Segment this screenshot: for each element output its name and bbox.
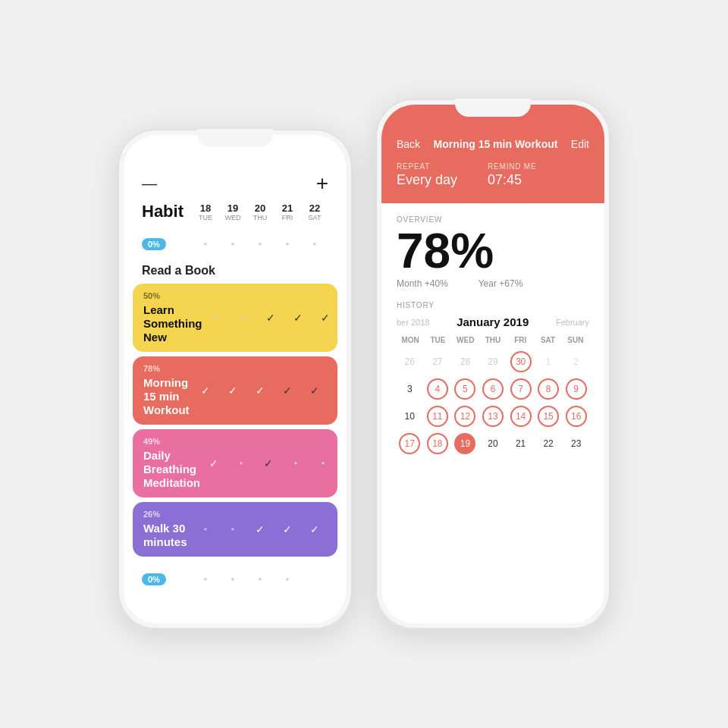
- m-b-0: ✓: [200, 454, 228, 472]
- cal-next-month[interactable]: February: [556, 318, 589, 327]
- remind-group: REMIND ME 07:45: [488, 162, 536, 188]
- cal-cell-20[interactable]: 20: [480, 431, 507, 457]
- m-b-4: ●: [309, 454, 337, 472]
- detail-header: Back Morning 15 min Workout Edit REPEAT …: [381, 105, 604, 203]
- cal-day-19: 19: [454, 433, 475, 454]
- breathing-left: 49% Daily Breathing Meditation: [143, 437, 200, 490]
- breathing-name: Daily Breathing Meditation: [143, 449, 200, 489]
- m-last-0: ●: [192, 566, 219, 593]
- read-book-name-row: Read a Book: [133, 264, 337, 278]
- habit-row-walk[interactable]: 26% Walk 30 minutes ● ● ✓ ✓ ✓: [133, 502, 337, 557]
- cal-cell-29[interactable]: 29: [480, 349, 507, 375]
- cal-cell-10[interactable]: 10: [397, 403, 423, 429]
- cal-cell-19[interactable]: 19: [452, 431, 479, 457]
- cal-prev-month[interactable]: ber 2018: [397, 318, 429, 327]
- cal-current-month: January 2019: [457, 315, 529, 328]
- day-num-20: 20: [246, 202, 274, 214]
- edit-button[interactable]: Edit: [571, 138, 589, 150]
- day-col-19: 19 WED: [219, 202, 246, 221]
- day-name-wed: WED: [219, 214, 246, 221]
- workout-left: 78% Morning 15 min Workout: [143, 364, 192, 417]
- walk-pct: 26%: [143, 510, 192, 519]
- m-w-4: ✓: [301, 381, 328, 400]
- m-b-1: ●: [228, 454, 255, 472]
- m-b-3: ●: [282, 454, 309, 472]
- cal-cell-27[interactable]: 27: [425, 349, 451, 375]
- cal-day-21: 21: [510, 433, 532, 454]
- cal-day-jan2: 2: [566, 351, 587, 372]
- day-name-tue: TUE: [192, 214, 219, 221]
- detail-nav: Back Morning 15 min Workout Edit: [397, 138, 589, 150]
- breathing-pct: 49%: [143, 437, 200, 446]
- m-wk-0: ●: [192, 520, 219, 538]
- m-l-4: ✓: [312, 309, 339, 327]
- cal-cell-14[interactable]: 14: [507, 403, 534, 429]
- cal-day-28: 28: [454, 351, 475, 372]
- walk-name: Walk 30 minutes: [143, 522, 187, 548]
- cal-day-12: 12: [454, 406, 475, 427]
- scene: — + Habit 18 TUE 19 WED 20 THU 21: [87, 53, 641, 675]
- cal-day-9: 9: [566, 378, 587, 400]
- menu-icon[interactable]: —: [142, 175, 158, 193]
- mark-rb-3: ●: [274, 231, 301, 258]
- breathing-marks: ✓ ● ✓ ● ●: [200, 454, 337, 472]
- cal-cell-23[interactable]: 23: [563, 431, 589, 457]
- wd-mon: MON: [397, 334, 424, 346]
- habit-row-last[interactable]: 0% ● ● ● ● ●: [133, 563, 337, 596]
- walk-marks: ● ● ✓ ✓ ✓: [192, 520, 328, 538]
- cal-day-10: 10: [399, 406, 420, 427]
- cal-cell-7[interactable]: 7: [507, 376, 534, 402]
- cal-cell-15[interactable]: 15: [535, 403, 562, 429]
- cal-day-11: 11: [427, 406, 448, 427]
- cal-day-16: 16: [566, 406, 587, 427]
- habit-row-learn[interactable]: 50% Learn Something New ● ● ✓ ✓ ✓: [133, 284, 337, 352]
- m-w-3: ✓: [274, 381, 301, 400]
- cal-cell-3[interactable]: 3: [397, 376, 423, 402]
- cal-day-14: 14: [510, 406, 532, 427]
- cal-day-23: 23: [566, 433, 587, 454]
- learn-name: Learn Something New: [143, 303, 202, 344]
- cal-cell-26[interactable]: 26: [397, 349, 423, 375]
- habit-row-read-book[interactable]: 0% ● ● ● ● ●: [133, 228, 337, 261]
- repeat-label: REPEAT: [397, 162, 457, 171]
- m-last-4: ●: [301, 566, 328, 593]
- cal-cell-18[interactable]: 18: [425, 431, 451, 457]
- detail-meta: REPEAT Every day REMIND ME 07:45: [397, 162, 589, 188]
- habit-row-breathing[interactable]: 49% Daily Breathing Meditation ✓ ● ✓ ● ●: [133, 429, 337, 497]
- wd-sun: SUN: [562, 334, 589, 346]
- cal-day-18: 18: [427, 433, 448, 454]
- day-num-18: 18: [192, 202, 219, 214]
- habit-row-workout[interactable]: 78% Morning 15 min Workout ✓ ✓ ✓ ✓ ✓: [133, 356, 337, 425]
- cal-cell-6[interactable]: 6: [480, 376, 507, 402]
- cal-cell-30dec[interactable]: 30: [507, 349, 534, 375]
- cal-cell-jan2[interactable]: 2: [563, 349, 589, 375]
- m-l-3: ✓: [284, 309, 312, 327]
- m-wk-2: ✓: [246, 520, 274, 538]
- day-col-18: 18 TUE: [192, 202, 219, 221]
- cal-cell-8[interactable]: 8: [535, 376, 562, 402]
- workout-pct: 78%: [143, 364, 192, 373]
- day-name-fri: FRI: [274, 214, 301, 221]
- cal-cell-28[interactable]: 28: [452, 349, 479, 375]
- cal-cell-22[interactable]: 22: [535, 431, 562, 457]
- notch-1: [197, 129, 273, 147]
- cal-cell-9[interactable]: 9: [563, 376, 589, 402]
- back-button[interactable]: Back: [397, 138, 420, 150]
- cal-cell-jan1[interactable]: 1: [535, 349, 562, 375]
- m-w-2: ✓: [246, 381, 274, 400]
- cal-cell-13[interactable]: 13: [480, 403, 507, 429]
- add-habit-button[interactable]: +: [316, 171, 328, 196]
- cal-cell-12[interactable]: 12: [452, 403, 479, 429]
- cal-cell-5[interactable]: 5: [452, 376, 479, 402]
- cal-cell-11[interactable]: 11: [425, 403, 451, 429]
- day-col-20: 20 THU: [246, 202, 274, 221]
- repeat-value: Every day: [397, 172, 457, 188]
- cal-cell-21[interactable]: 21: [507, 431, 534, 457]
- remind-label: REMIND ME: [488, 162, 536, 171]
- cal-day-29: 29: [482, 351, 504, 372]
- cal-cell-4[interactable]: 4: [425, 376, 451, 402]
- phone-1-screen: — + Habit 18 TUE 19 WED 20 THU 21: [124, 135, 347, 623]
- cal-cell-16[interactable]: 16: [563, 403, 589, 429]
- cal-day-20: 20: [482, 433, 504, 454]
- cal-cell-17[interactable]: 17: [397, 431, 423, 457]
